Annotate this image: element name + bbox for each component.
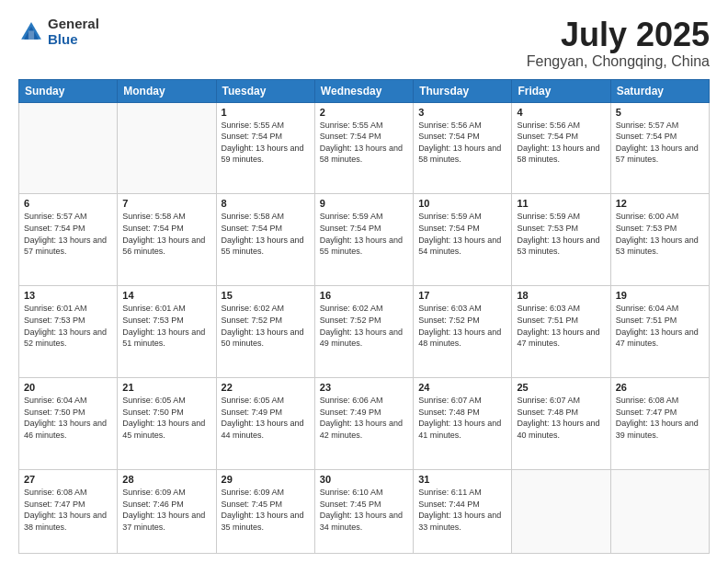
day-info: Sunrise: 5:57 AMSunset: 7:54 PMDaylight:…	[24, 211, 112, 257]
table-cell: 18Sunrise: 6:03 AMSunset: 7:51 PMDayligh…	[512, 286, 610, 378]
header-row: Sunday Monday Tuesday Wednesday Thursday…	[19, 79, 710, 102]
day-number: 4	[517, 107, 605, 118]
day-info: Sunrise: 5:59 AMSunset: 7:54 PMDaylight:…	[320, 211, 408, 257]
table-cell: 13Sunrise: 6:01 AMSunset: 7:53 PMDayligh…	[19, 286, 118, 378]
day-info: Sunrise: 5:59 AMSunset: 7:54 PMDaylight:…	[418, 211, 506, 257]
logo: General Blue	[18, 17, 99, 47]
table-cell: 16Sunrise: 6:02 AMSunset: 7:52 PMDayligh…	[314, 286, 413, 378]
day-info: Sunrise: 6:05 AMSunset: 7:50 PMDaylight:…	[122, 395, 210, 441]
table-cell: 14Sunrise: 6:01 AMSunset: 7:53 PMDayligh…	[118, 286, 216, 378]
table-cell: 7Sunrise: 5:58 AMSunset: 7:54 PMDaylight…	[118, 194, 216, 286]
day-info: Sunrise: 5:58 AMSunset: 7:54 PMDaylight:…	[222, 211, 310, 257]
day-info: Sunrise: 6:01 AMSunset: 7:53 PMDaylight:…	[24, 303, 112, 349]
day-number: 25	[517, 382, 605, 393]
day-info: Sunrise: 6:11 AMSunset: 7:44 PMDaylight:…	[418, 487, 506, 533]
logo-blue: Blue	[48, 32, 99, 48]
table-cell: 4Sunrise: 5:56 AMSunset: 7:54 PMDaylight…	[512, 102, 610, 194]
table-cell: 19Sunrise: 6:04 AMSunset: 7:51 PMDayligh…	[610, 286, 709, 378]
day-number: 28	[122, 474, 210, 485]
header: General Blue July 2025 Fengyan, Chongqin…	[18, 17, 710, 70]
col-tuesday: Tuesday	[216, 79, 314, 102]
day-info: Sunrise: 5:58 AMSunset: 7:54 PMDaylight:…	[122, 211, 210, 257]
day-number: 22	[222, 382, 310, 393]
day-info: Sunrise: 6:07 AMSunset: 7:48 PMDaylight:…	[517, 395, 605, 441]
day-info: Sunrise: 5:56 AMSunset: 7:54 PMDaylight:…	[418, 120, 506, 166]
day-info: Sunrise: 6:01 AMSunset: 7:53 PMDaylight:…	[122, 303, 210, 349]
col-monday: Monday	[118, 79, 216, 102]
day-info: Sunrise: 6:04 AMSunset: 7:51 PMDaylight:…	[616, 303, 704, 349]
day-info: Sunrise: 6:08 AMSunset: 7:47 PMDaylight:…	[616, 395, 704, 441]
table-cell: 9Sunrise: 5:59 AMSunset: 7:54 PMDaylight…	[314, 194, 413, 286]
col-wednesday: Wednesday	[314, 79, 413, 102]
table-cell: 2Sunrise: 5:55 AMSunset: 7:54 PMDaylight…	[314, 102, 413, 194]
month-title: July 2025	[527, 17, 710, 53]
col-sunday: Sunday	[19, 79, 118, 102]
week-row-5: 27Sunrise: 6:08 AMSunset: 7:47 PMDayligh…	[19, 470, 710, 554]
table-cell: 3Sunrise: 5:56 AMSunset: 7:54 PMDaylight…	[414, 102, 512, 194]
day-number: 29	[222, 474, 310, 485]
table-cell: 24Sunrise: 6:07 AMSunset: 7:48 PMDayligh…	[414, 378, 512, 470]
day-number: 18	[517, 290, 605, 301]
day-number: 17	[418, 290, 506, 301]
day-info: Sunrise: 6:00 AMSunset: 7:53 PMDaylight:…	[616, 211, 704, 257]
day-info: Sunrise: 5:55 AMSunset: 7:54 PMDaylight:…	[320, 120, 408, 166]
day-number: 31	[418, 474, 506, 485]
day-number: 19	[616, 290, 704, 301]
week-row-1: 1Sunrise: 5:55 AMSunset: 7:54 PMDaylight…	[19, 102, 710, 194]
day-number: 1	[222, 107, 310, 118]
day-number: 7	[122, 198, 210, 209]
day-number: 16	[320, 290, 408, 301]
day-info: Sunrise: 6:09 AMSunset: 7:45 PMDaylight:…	[222, 487, 310, 533]
table-cell: 22Sunrise: 6:05 AMSunset: 7:49 PMDayligh…	[216, 378, 314, 470]
day-number: 20	[24, 382, 112, 393]
col-friday: Friday	[512, 79, 610, 102]
logo-general: General	[48, 17, 99, 32]
table-cell: 12Sunrise: 6:00 AMSunset: 7:53 PMDayligh…	[610, 194, 709, 286]
day-number: 14	[122, 290, 210, 301]
table-cell: 27Sunrise: 6:08 AMSunset: 7:47 PMDayligh…	[19, 470, 118, 554]
title-block: July 2025 Fengyan, Chongqing, China	[527, 17, 710, 70]
table-cell: 11Sunrise: 5:59 AMSunset: 7:53 PMDayligh…	[512, 194, 610, 286]
table-cell: 5Sunrise: 5:57 AMSunset: 7:54 PMDaylight…	[610, 102, 709, 194]
day-info: Sunrise: 6:07 AMSunset: 7:48 PMDaylight:…	[418, 395, 506, 441]
table-cell	[610, 470, 709, 554]
table-cell: 23Sunrise: 6:06 AMSunset: 7:49 PMDayligh…	[314, 378, 413, 470]
table-cell: 6Sunrise: 5:57 AMSunset: 7:54 PMDaylight…	[19, 194, 118, 286]
table-cell: 25Sunrise: 6:07 AMSunset: 7:48 PMDayligh…	[512, 378, 610, 470]
day-number: 30	[320, 474, 408, 485]
day-number: 5	[616, 107, 704, 118]
table-cell: 28Sunrise: 6:09 AMSunset: 7:46 PMDayligh…	[118, 470, 216, 554]
svg-rect-2	[28, 30, 34, 39]
location-title: Fengyan, Chongqing, China	[527, 53, 710, 70]
day-number: 13	[24, 290, 112, 301]
day-number: 11	[517, 198, 605, 209]
day-info: Sunrise: 5:55 AMSunset: 7:54 PMDaylight:…	[222, 120, 310, 166]
day-number: 23	[320, 382, 408, 393]
table-cell: 15Sunrise: 6:02 AMSunset: 7:52 PMDayligh…	[216, 286, 314, 378]
col-thursday: Thursday	[414, 79, 512, 102]
day-info: Sunrise: 6:09 AMSunset: 7:46 PMDaylight:…	[122, 487, 210, 533]
day-number: 24	[418, 382, 506, 393]
table-cell: 1Sunrise: 5:55 AMSunset: 7:54 PMDaylight…	[216, 102, 314, 194]
day-info: Sunrise: 6:06 AMSunset: 7:49 PMDaylight:…	[320, 395, 408, 441]
table-cell: 8Sunrise: 5:58 AMSunset: 7:54 PMDaylight…	[216, 194, 314, 286]
day-info: Sunrise: 6:03 AMSunset: 7:52 PMDaylight:…	[418, 303, 506, 349]
day-info: Sunrise: 6:08 AMSunset: 7:47 PMDaylight:…	[24, 487, 112, 533]
day-info: Sunrise: 6:02 AMSunset: 7:52 PMDaylight:…	[222, 303, 310, 349]
day-info: Sunrise: 6:10 AMSunset: 7:45 PMDaylight:…	[320, 487, 408, 533]
page: General Blue July 2025 Fengyan, Chongqin…	[0, 0, 728, 563]
day-info: Sunrise: 6:03 AMSunset: 7:51 PMDaylight:…	[517, 303, 605, 349]
table-cell: 20Sunrise: 6:04 AMSunset: 7:50 PMDayligh…	[19, 378, 118, 470]
day-number: 6	[24, 198, 112, 209]
table-cell	[512, 470, 610, 554]
logo-text: General Blue	[48, 17, 99, 47]
table-cell: 30Sunrise: 6:10 AMSunset: 7:45 PMDayligh…	[314, 470, 413, 554]
table-cell: 26Sunrise: 6:08 AMSunset: 7:47 PMDayligh…	[610, 378, 709, 470]
day-info: Sunrise: 6:05 AMSunset: 7:49 PMDaylight:…	[222, 395, 310, 441]
logo-icon	[18, 19, 44, 45]
day-number: 3	[418, 107, 506, 118]
day-number: 9	[320, 198, 408, 209]
day-number: 27	[24, 474, 112, 485]
col-saturday: Saturday	[610, 79, 709, 102]
week-row-3: 13Sunrise: 6:01 AMSunset: 7:53 PMDayligh…	[19, 286, 710, 378]
